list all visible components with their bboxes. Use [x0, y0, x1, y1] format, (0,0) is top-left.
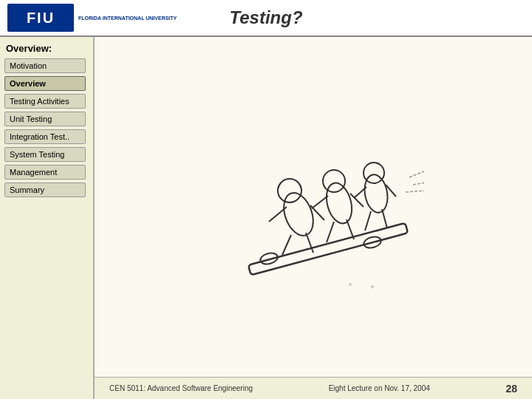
- svg-line-7: [282, 235, 291, 255]
- svg-point-16: [364, 163, 384, 183]
- slide-area: [95, 37, 532, 377]
- header: FIU FLORIDA INTERNATIONAL UNIVERSITY Tes…: [0, 0, 532, 37]
- footer: CEN 5011: Advanced Software Engineering …: [95, 377, 532, 399]
- svg-point-10: [323, 170, 345, 192]
- sidebar: Overview: MotivationOverviewTesting Acti…: [0, 37, 95, 399]
- logo-box: FIU: [7, 4, 74, 32]
- logo-area: FIU FLORIDA INTERNATIONAL UNIVERSITY: [7, 4, 177, 32]
- main-layout: Overview: MotivationOverviewTesting Acti…: [0, 37, 532, 399]
- overview-label: Overview:: [6, 43, 89, 54]
- illustration: [202, 111, 424, 303]
- svg-point-3: [279, 189, 318, 240]
- svg-line-13: [327, 222, 334, 242]
- footer-left: CEN 5011: Advanced Software Engineering: [109, 384, 253, 392]
- sidebar-item-summary[interactable]: Summary: [4, 183, 86, 197]
- logo-text: FIU: [27, 10, 55, 27]
- logo-sub: FLORIDA INTERNATIONAL UNIVERSITY: [78, 16, 177, 21]
- sidebar-item-system-testing[interactable]: System Testing: [4, 147, 86, 162]
- sidebar-item-management[interactable]: Management: [4, 165, 86, 180]
- page-title: Testing?: [229, 7, 302, 28]
- svg-line-22: [413, 182, 424, 185]
- svg-point-9: [322, 180, 355, 226]
- content-area: CEN 5011: Advanced Software Engineering …: [95, 37, 532, 399]
- svg-rect-0: [248, 223, 408, 275]
- svg-line-21: [409, 171, 424, 177]
- svg-point-24: [349, 283, 352, 286]
- sidebar-item-integration-test[interactable]: Integration Test..: [4, 129, 86, 144]
- nav-items: MotivationOverviewTesting ActivitiesUnit…: [4, 58, 89, 197]
- svg-line-19: [365, 211, 371, 231]
- sidebar-item-overview[interactable]: Overview: [4, 76, 86, 91]
- page-number: 28: [505, 383, 517, 395]
- svg-line-23: [406, 191, 424, 192]
- sidebar-item-unit-testing[interactable]: Unit Testing: [4, 112, 86, 126]
- footer-right: Eight Lecture on Nov. 17, 2004: [329, 384, 430, 392]
- svg-point-25: [371, 285, 374, 288]
- svg-point-4: [278, 179, 301, 202]
- svg-line-11: [312, 196, 328, 208]
- svg-line-14: [347, 219, 354, 239]
- sidebar-item-motivation[interactable]: Motivation: [4, 58, 86, 73]
- svg-line-20: [382, 209, 387, 228]
- sidebar-item-testing-activities[interactable]: Testing Activities: [4, 94, 86, 109]
